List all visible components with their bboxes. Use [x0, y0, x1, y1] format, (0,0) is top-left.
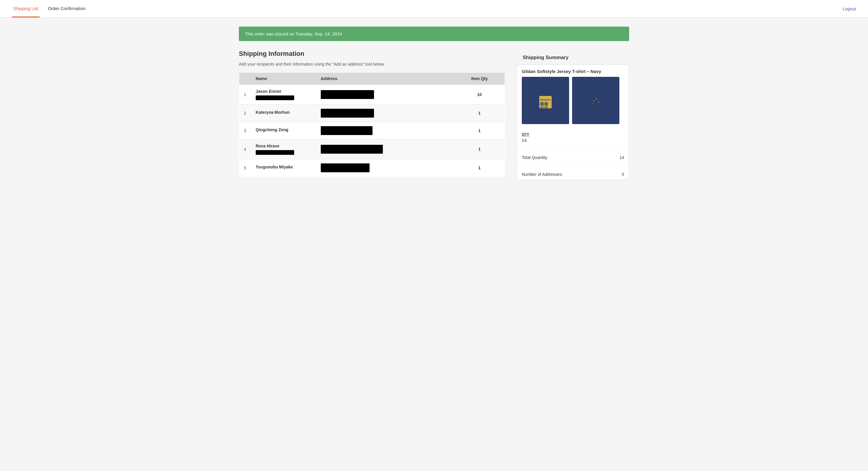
item-qty-5: 1 [454, 159, 505, 177]
nav-tabs: Shipping List Order Confirmation [12, 0, 87, 18]
total-quantity-value: 14 [619, 155, 624, 160]
item-qty-3: 1 [454, 122, 505, 139]
recipient-name-cell-1: Jason Eisner [251, 85, 316, 105]
col-header-num [239, 73, 251, 85]
shipping-table: Name Address Item Qty 1Jason Eisner102Ka… [239, 72, 505, 177]
product-images: STACKY! [517, 77, 629, 129]
address-cell-2 [316, 105, 455, 122]
num-addresses-label: Number of Addresses: [522, 172, 563, 177]
recipient-name-3: Qingcheng Zeng [256, 127, 311, 132]
svg-rect-5 [545, 106, 548, 108]
svg-point-8 [598, 101, 599, 103]
tab-order-confirmation[interactable]: Order Confirmation [47, 0, 87, 18]
col-header-address: Address [316, 73, 455, 85]
svg-rect-3 [545, 102, 548, 106]
item-qty-1: 10 [454, 85, 505, 105]
shipping-info-subtitle: Add your recipients and their informatio… [239, 62, 505, 66]
redacted-address-5 [321, 163, 370, 172]
redacted-name-bar-1 [256, 95, 294, 100]
recipient-name-cell-2: Kateryna Morhun [251, 105, 316, 122]
table-row: 2Kateryna Morhun1 [239, 105, 505, 122]
address-cell-3 [316, 122, 455, 139]
redacted-address-1 [321, 90, 374, 99]
redacted-address-4 [321, 145, 383, 154]
redacted-address-2 [321, 109, 374, 117]
num-addresses-row: Number of Addresses: 5 [517, 169, 629, 180]
table-header-row: Name Address Item Qty [239, 73, 505, 85]
qty-label: QTY [522, 132, 624, 136]
svg-rect-2 [540, 102, 544, 106]
address-cell-4 [316, 139, 455, 159]
qty-value: 14 [522, 138, 527, 143]
svg-text:STACKY!: STACKY! [540, 99, 551, 101]
table-row: 5Tsugunobu Miyake1 [239, 159, 505, 177]
order-alert-banner: This order was placed on Tuesday, Sep. 2… [239, 27, 629, 41]
total-quantity-row: Total Quantity: 14 [517, 152, 629, 163]
tab-shipping-list[interactable]: Shipping List [12, 0, 40, 18]
shipping-info-title: Shipping Information [239, 50, 505, 58]
col-header-qty: Item Qty [454, 73, 505, 85]
row-num-3: 3 [239, 122, 251, 139]
address-cell-5 [316, 159, 455, 177]
table-row: 3Qingcheng Zeng1 [239, 122, 505, 139]
address-cell-1 [316, 85, 455, 105]
svg-rect-4 [540, 106, 544, 108]
navbar: Shipping List Order Confirmation Logout [0, 0, 868, 18]
tshirt-front-svg: STACKY! [527, 81, 564, 120]
tshirt-front: STACKY! [522, 77, 569, 124]
alert-message: This order was placed on Tuesday, Sep. 2… [245, 31, 342, 36]
svg-point-6 [593, 100, 595, 101]
table-row: 1Jason Eisner10 [239, 85, 505, 105]
recipient-name-cell-5: Tsugunobu Miyake [251, 159, 316, 177]
logout-button[interactable]: Logout [843, 6, 856, 11]
item-qty-4: 1 [454, 139, 505, 159]
recipient-name-4: Reva Hirave [256, 144, 311, 148]
qty-section: QTY 14 [517, 129, 629, 146]
summary-divider-1 [517, 149, 629, 149]
summary-divider-2 [517, 166, 629, 166]
shipping-summary-section: Shipping Summary Gildan Softstyle Jersey… [517, 50, 629, 180]
redacted-name-bar-4 [256, 150, 294, 155]
product-title: Gildan Softstyle Jersey T-shirt – Navy [517, 65, 629, 77]
row-num-4: 4 [239, 139, 251, 159]
row-num-5: 5 [239, 159, 251, 177]
recipient-name-1: Jason Eisner [256, 89, 311, 94]
main-content: This order was placed on Tuesday, Sep. 2… [227, 18, 641, 189]
row-num-2: 2 [239, 105, 251, 122]
item-qty-2: 1 [454, 105, 505, 122]
product-image-back [572, 77, 619, 124]
row-num-1: 1 [239, 85, 251, 105]
total-quantity-label: Total Quantity: [522, 155, 549, 160]
shipping-info-section: Shipping Information Add your recipients… [239, 50, 505, 177]
table-row: 4Reva Hirave1 [239, 139, 505, 159]
tshirt-back [572, 77, 619, 124]
product-image-front: STACKY! [522, 77, 569, 124]
recipient-name-2: Kateryna Morhun [256, 110, 311, 115]
tshirt-back-svg [577, 81, 615, 120]
recipient-name-5: Tsugunobu Miyake [256, 165, 311, 169]
num-addresses-value: 5 [622, 172, 624, 177]
summary-card: Gildan Softstyle Jersey T-shirt – Navy [517, 64, 629, 180]
page-layout: Shipping Information Add your recipients… [239, 50, 629, 180]
col-header-name: Name [251, 73, 316, 85]
shipping-summary-title: Shipping Summary [517, 50, 629, 64]
svg-point-7 [596, 98, 597, 100]
recipient-name-cell-4: Reva Hirave [251, 139, 316, 159]
svg-point-9 [592, 103, 594, 105]
recipient-name-cell-3: Qingcheng Zeng [251, 122, 316, 139]
redacted-address-3 [321, 126, 373, 135]
